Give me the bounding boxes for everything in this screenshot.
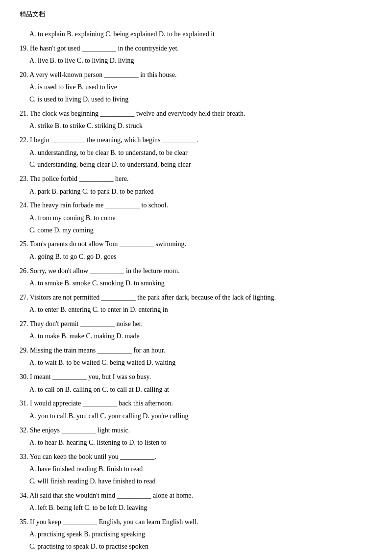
question-32: 32. She enjoys __________ light music. A…	[20, 425, 372, 449]
question-27a: 27. Visitors are not permitted _________…	[20, 292, 372, 316]
q30-options: A. to call on B. calling on C. to call a…	[20, 384, 372, 396]
q22-options-b: C. understanding, being clear D. to unde…	[20, 159, 372, 171]
question-29: 29. Missing the train means __________ f…	[20, 345, 372, 369]
questions-container: A. to explain B. explaining C. being exp…	[20, 28, 372, 555]
q35-text: 35. If you keep __________ English, you …	[20, 517, 372, 528]
q20-options-a: A. is used to live B. used to live	[20, 81, 372, 93]
header-options: A. to explain B. explaining C. being exp…	[20, 28, 372, 40]
q29-options: A. to wait B. to be waited C. being wait…	[20, 357, 372, 369]
q30-text: 30. I meant __________ you, but I was so…	[20, 372, 372, 382]
q27b-text: 27. They don't permit __________ noise h…	[20, 319, 372, 329]
header-option-line: A. to explain B. explaining C. being exp…	[20, 28, 372, 40]
question-27b: 27. They don't permit __________ noise h…	[20, 319, 372, 342]
question-33: 33. You can keep the book until you ____…	[20, 452, 372, 487]
q33-text: 33. You can keep the book until you ____…	[20, 452, 372, 462]
q21-options: A. strike B. to strike C. striking D. st…	[20, 120, 372, 132]
q27a-options: A. to enter B. entering C. to enter in D…	[20, 304, 372, 316]
q21-text: 21. The clock was beginning __________ t…	[20, 108, 372, 119]
q33-options-a: A. have finished reading B. finish to re…	[20, 463, 372, 475]
q26-text: 26. Sorry, we don't allow __________ in …	[20, 266, 372, 277]
question-20: 20. A very well-known person __________ …	[20, 70, 372, 105]
q20-text: 20. A very well-known person __________ …	[20, 70, 372, 80]
q26-options: A. to smoke B. smoke C. smoking D. to sm…	[20, 278, 372, 289]
q31-options: A. you to call B. you call C. your calli…	[20, 410, 372, 422]
question-21: 21. The clock was beginning __________ t…	[20, 108, 372, 132]
q31-text: 31. I would appreciate __________ back t…	[20, 398, 372, 409]
q19-options: A. live B. to live C. to living D. livin…	[20, 55, 372, 67]
q22-options-a: A. understanding, to be clear B. to unde…	[20, 147, 372, 159]
question-24: 24. The heavy rain forbade me __________…	[20, 200, 372, 236]
q34-text: 34. Ali said that she wouldn't mind ____…	[20, 490, 372, 501]
q32-options: A. to hear B. hearing C. listening to D.…	[20, 437, 372, 449]
question-19: 19. He hasn't got used __________ in the…	[20, 43, 372, 67]
q24-options-b: C. come D. my coming	[20, 225, 372, 236]
q33-options-b: C. wIll finish reading D. have finished …	[20, 476, 372, 487]
question-23: 23. The police forbid __________ here. A…	[20, 174, 372, 197]
q24-text: 24. The heavy rain forbade me __________…	[20, 200, 372, 211]
q25-options: A. going B. to go C. go D. goes	[20, 251, 372, 263]
question-35: 35. If you keep __________ English, you …	[20, 517, 372, 553]
q29-text: 29. Missing the train means __________ f…	[20, 345, 372, 356]
q24-options-a: A. from my coming B. to come	[20, 212, 372, 224]
question-30: 30. I meant __________ you, but I was so…	[20, 372, 372, 395]
q27b-options: A. to make B. make C. making D. made	[20, 330, 372, 342]
q35-options-b: C. practising to speak D. to practise sp…	[20, 541, 372, 553]
question-34: 34. Ali said that she wouldn't mind ____…	[20, 490, 372, 514]
q23-text: 23. The police forbid __________ here.	[20, 174, 372, 184]
q22-text: 22. I begin __________ the meaning, whic…	[20, 135, 372, 146]
q25-text: 25. Tom's parents do not allow Tom _____…	[20, 239, 372, 250]
q35-options-a: A. practising speak B. practising speaki…	[20, 529, 372, 540]
question-31: 31. I would appreciate __________ back t…	[20, 398, 372, 422]
question-22: 22. I begin __________ the meaning, whic…	[20, 135, 372, 171]
q32-text: 32. She enjoys __________ light music.	[20, 425, 372, 436]
question-25: 25. Tom's parents do not allow Tom _____…	[20, 239, 372, 262]
q23-options: A. park B. parking C. to park D. to be p…	[20, 186, 372, 198]
q20-options-b: C. is used to living D. used to living	[20, 94, 372, 105]
question-26: 26. Sorry, we don't allow __________ in …	[20, 266, 372, 289]
q34-options: A. left B. being left C. to be left D. l…	[20, 502, 372, 514]
q19-text: 19. He hasn't got used __________ in the…	[20, 43, 372, 54]
q27a-text: 27. Visitors are not permitted _________…	[20, 292, 372, 303]
watermark: 精品文档	[20, 10, 372, 19]
